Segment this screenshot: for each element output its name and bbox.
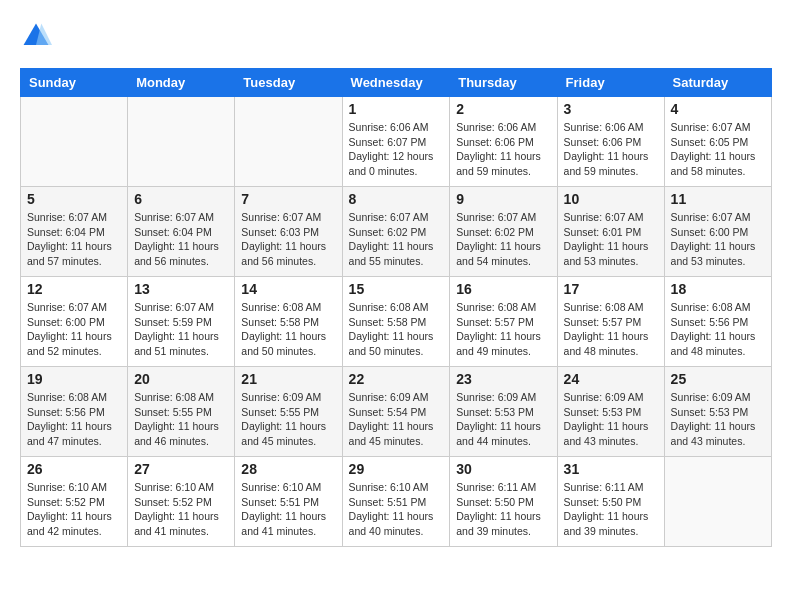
day-info: Sunrise: 6:10 AM Sunset: 5:51 PM Dayligh… xyxy=(349,480,444,539)
day-number: 9 xyxy=(456,191,550,207)
day-info: Sunrise: 6:08 AM Sunset: 5:56 PM Dayligh… xyxy=(671,300,765,359)
day-info: Sunrise: 6:07 AM Sunset: 6:05 PM Dayligh… xyxy=(671,120,765,179)
day-info: Sunrise: 6:08 AM Sunset: 5:57 PM Dayligh… xyxy=(456,300,550,359)
week-row-2: 5Sunrise: 6:07 AM Sunset: 6:04 PM Daylig… xyxy=(21,187,772,277)
calendar-cell: 12Sunrise: 6:07 AM Sunset: 6:00 PM Dayli… xyxy=(21,277,128,367)
day-info: Sunrise: 6:09 AM Sunset: 5:54 PM Dayligh… xyxy=(349,390,444,449)
calendar-cell: 23Sunrise: 6:09 AM Sunset: 5:53 PM Dayli… xyxy=(450,367,557,457)
day-number: 12 xyxy=(27,281,121,297)
day-info: Sunrise: 6:08 AM Sunset: 5:57 PM Dayligh… xyxy=(564,300,658,359)
calendar-table: SundayMondayTuesdayWednesdayThursdayFrid… xyxy=(20,68,772,547)
day-number: 30 xyxy=(456,461,550,477)
day-number: 10 xyxy=(564,191,658,207)
day-info: Sunrise: 6:10 AM Sunset: 5:52 PM Dayligh… xyxy=(27,480,121,539)
calendar-cell: 1Sunrise: 6:06 AM Sunset: 6:07 PM Daylig… xyxy=(342,97,450,187)
calendar-cell: 9Sunrise: 6:07 AM Sunset: 6:02 PM Daylig… xyxy=(450,187,557,277)
calendar-cell: 14Sunrise: 6:08 AM Sunset: 5:58 PM Dayli… xyxy=(235,277,342,367)
day-number: 18 xyxy=(671,281,765,297)
day-info: Sunrise: 6:08 AM Sunset: 5:58 PM Dayligh… xyxy=(241,300,335,359)
week-row-4: 19Sunrise: 6:08 AM Sunset: 5:56 PM Dayli… xyxy=(21,367,772,457)
day-number: 6 xyxy=(134,191,228,207)
calendar-cell: 5Sunrise: 6:07 AM Sunset: 6:04 PM Daylig… xyxy=(21,187,128,277)
day-number: 7 xyxy=(241,191,335,207)
calendar-header: SundayMondayTuesdayWednesdayThursdayFrid… xyxy=(21,69,772,97)
day-info: Sunrise: 6:10 AM Sunset: 5:51 PM Dayligh… xyxy=(241,480,335,539)
day-info: Sunrise: 6:09 AM Sunset: 5:53 PM Dayligh… xyxy=(456,390,550,449)
calendar-cell: 7Sunrise: 6:07 AM Sunset: 6:03 PM Daylig… xyxy=(235,187,342,277)
header-day-friday: Friday xyxy=(557,69,664,97)
calendar-cell xyxy=(235,97,342,187)
calendar-cell: 20Sunrise: 6:08 AM Sunset: 5:55 PM Dayli… xyxy=(128,367,235,457)
day-info: Sunrise: 6:11 AM Sunset: 5:50 PM Dayligh… xyxy=(564,480,658,539)
calendar-cell xyxy=(21,97,128,187)
day-number: 5 xyxy=(27,191,121,207)
day-info: Sunrise: 6:09 AM Sunset: 5:53 PM Dayligh… xyxy=(564,390,658,449)
header-day-monday: Monday xyxy=(128,69,235,97)
day-info: Sunrise: 6:07 AM Sunset: 5:59 PM Dayligh… xyxy=(134,300,228,359)
header-day-sunday: Sunday xyxy=(21,69,128,97)
day-info: Sunrise: 6:07 AM Sunset: 6:02 PM Dayligh… xyxy=(349,210,444,269)
calendar-cell: 8Sunrise: 6:07 AM Sunset: 6:02 PM Daylig… xyxy=(342,187,450,277)
day-number: 24 xyxy=(564,371,658,387)
calendar-cell: 26Sunrise: 6:10 AM Sunset: 5:52 PM Dayli… xyxy=(21,457,128,547)
day-info: Sunrise: 6:07 AM Sunset: 6:00 PM Dayligh… xyxy=(27,300,121,359)
header-day-thursday: Thursday xyxy=(450,69,557,97)
calendar-cell: 18Sunrise: 6:08 AM Sunset: 5:56 PM Dayli… xyxy=(664,277,771,367)
calendar-cell: 17Sunrise: 6:08 AM Sunset: 5:57 PM Dayli… xyxy=(557,277,664,367)
day-info: Sunrise: 6:10 AM Sunset: 5:52 PM Dayligh… xyxy=(134,480,228,539)
day-number: 27 xyxy=(134,461,228,477)
calendar-cell: 15Sunrise: 6:08 AM Sunset: 5:58 PM Dayli… xyxy=(342,277,450,367)
calendar-cell: 29Sunrise: 6:10 AM Sunset: 5:51 PM Dayli… xyxy=(342,457,450,547)
calendar-cell: 2Sunrise: 6:06 AM Sunset: 6:06 PM Daylig… xyxy=(450,97,557,187)
calendar-cell: 30Sunrise: 6:11 AM Sunset: 5:50 PM Dayli… xyxy=(450,457,557,547)
day-number: 8 xyxy=(349,191,444,207)
calendar-cell: 22Sunrise: 6:09 AM Sunset: 5:54 PM Dayli… xyxy=(342,367,450,457)
day-number: 2 xyxy=(456,101,550,117)
header-day-saturday: Saturday xyxy=(664,69,771,97)
calendar-body: 1Sunrise: 6:06 AM Sunset: 6:07 PM Daylig… xyxy=(21,97,772,547)
logo-icon xyxy=(20,20,52,52)
day-number: 22 xyxy=(349,371,444,387)
day-number: 16 xyxy=(456,281,550,297)
day-info: Sunrise: 6:08 AM Sunset: 5:56 PM Dayligh… xyxy=(27,390,121,449)
day-number: 15 xyxy=(349,281,444,297)
logo xyxy=(20,20,56,52)
calendar-cell: 28Sunrise: 6:10 AM Sunset: 5:51 PM Dayli… xyxy=(235,457,342,547)
day-number: 23 xyxy=(456,371,550,387)
day-info: Sunrise: 6:09 AM Sunset: 5:53 PM Dayligh… xyxy=(671,390,765,449)
calendar-cell: 11Sunrise: 6:07 AM Sunset: 6:00 PM Dayli… xyxy=(664,187,771,277)
day-number: 20 xyxy=(134,371,228,387)
header-day-wednesday: Wednesday xyxy=(342,69,450,97)
day-number: 14 xyxy=(241,281,335,297)
day-info: Sunrise: 6:06 AM Sunset: 6:07 PM Dayligh… xyxy=(349,120,444,179)
calendar-cell: 16Sunrise: 6:08 AM Sunset: 5:57 PM Dayli… xyxy=(450,277,557,367)
calendar-cell: 3Sunrise: 6:06 AM Sunset: 6:06 PM Daylig… xyxy=(557,97,664,187)
calendar-cell: 13Sunrise: 6:07 AM Sunset: 5:59 PM Dayli… xyxy=(128,277,235,367)
day-number: 19 xyxy=(27,371,121,387)
calendar-cell: 10Sunrise: 6:07 AM Sunset: 6:01 PM Dayli… xyxy=(557,187,664,277)
day-info: Sunrise: 6:08 AM Sunset: 5:55 PM Dayligh… xyxy=(134,390,228,449)
calendar-cell: 27Sunrise: 6:10 AM Sunset: 5:52 PM Dayli… xyxy=(128,457,235,547)
day-number: 4 xyxy=(671,101,765,117)
week-row-3: 12Sunrise: 6:07 AM Sunset: 6:00 PM Dayli… xyxy=(21,277,772,367)
day-info: Sunrise: 6:06 AM Sunset: 6:06 PM Dayligh… xyxy=(456,120,550,179)
day-number: 29 xyxy=(349,461,444,477)
calendar-cell: 19Sunrise: 6:08 AM Sunset: 5:56 PM Dayli… xyxy=(21,367,128,457)
calendar-cell: 24Sunrise: 6:09 AM Sunset: 5:53 PM Dayli… xyxy=(557,367,664,457)
header-day-tuesday: Tuesday xyxy=(235,69,342,97)
day-info: Sunrise: 6:07 AM Sunset: 6:00 PM Dayligh… xyxy=(671,210,765,269)
calendar-cell: 31Sunrise: 6:11 AM Sunset: 5:50 PM Dayli… xyxy=(557,457,664,547)
day-number: 11 xyxy=(671,191,765,207)
calendar-cell: 6Sunrise: 6:07 AM Sunset: 6:04 PM Daylig… xyxy=(128,187,235,277)
day-info: Sunrise: 6:09 AM Sunset: 5:55 PM Dayligh… xyxy=(241,390,335,449)
week-row-1: 1Sunrise: 6:06 AM Sunset: 6:07 PM Daylig… xyxy=(21,97,772,187)
day-number: 26 xyxy=(27,461,121,477)
day-number: 13 xyxy=(134,281,228,297)
calendar-cell: 25Sunrise: 6:09 AM Sunset: 5:53 PM Dayli… xyxy=(664,367,771,457)
calendar-cell: 4Sunrise: 6:07 AM Sunset: 6:05 PM Daylig… xyxy=(664,97,771,187)
calendar-cell: 21Sunrise: 6:09 AM Sunset: 5:55 PM Dayli… xyxy=(235,367,342,457)
day-number: 21 xyxy=(241,371,335,387)
day-info: Sunrise: 6:07 AM Sunset: 6:02 PM Dayligh… xyxy=(456,210,550,269)
day-number: 3 xyxy=(564,101,658,117)
calendar-cell xyxy=(128,97,235,187)
